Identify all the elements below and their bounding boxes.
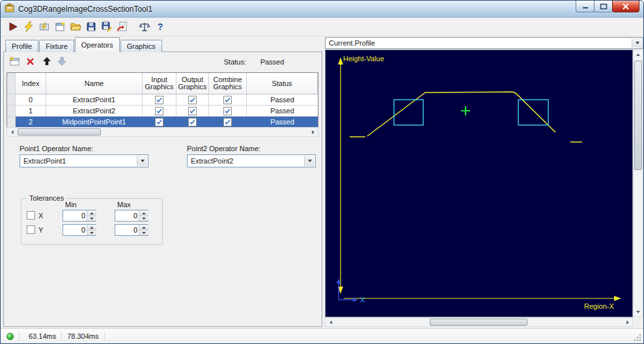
y-max-input[interactable] bbox=[115, 225, 139, 235]
chevron-down-icon bbox=[636, 42, 639, 44]
window-icon[interactable] bbox=[5, 3, 14, 14]
maximize-button[interactable] bbox=[594, 1, 613, 12]
y-tolerance-checkbox[interactable] bbox=[27, 225, 35, 234]
input-graphics-checkbox[interactable] bbox=[155, 107, 163, 115]
input-graphics-checkbox[interactable] bbox=[155, 96, 163, 104]
row-gutter[interactable] bbox=[7, 106, 16, 117]
electric-tool-button[interactable] bbox=[36, 19, 52, 35]
name-cell[interactable]: MidpointPointPoint1 bbox=[46, 117, 143, 128]
x-max-input[interactable] bbox=[115, 210, 139, 221]
index-cell[interactable]: 0 bbox=[16, 94, 46, 106]
profile-display[interactable]: Height-Value Region-X X bbox=[325, 50, 633, 317]
scroll-right-button[interactable] bbox=[308, 128, 318, 136]
move-down-button[interactable] bbox=[56, 55, 68, 67]
hscroll-thumb[interactable] bbox=[430, 319, 527, 326]
lightning-icon bbox=[23, 21, 35, 33]
delete-x-icon bbox=[25, 57, 35, 66]
x-min-spinner bbox=[63, 210, 96, 222]
dropdown-button[interactable] bbox=[137, 156, 147, 166]
tab-profile[interactable]: Profile bbox=[5, 40, 38, 52]
electric-run-button[interactable] bbox=[21, 19, 36, 35]
add-operator-button[interactable] bbox=[8, 55, 20, 67]
import-results-button[interactable] bbox=[115, 19, 130, 35]
output-graphics-checkbox[interactable] bbox=[188, 107, 197, 115]
spin-up-button[interactable] bbox=[87, 210, 96, 216]
spin-up-button[interactable] bbox=[87, 225, 96, 230]
y-max-spinner bbox=[115, 224, 148, 236]
close-button[interactable] bbox=[612, 1, 639, 12]
scroll-right-button[interactable] bbox=[623, 318, 632, 326]
scroll-left-button[interactable] bbox=[326, 318, 335, 326]
point2-operator-combobox[interactable]: ExtractPoint2 bbox=[187, 154, 316, 167]
hscroll-thumb[interactable] bbox=[18, 128, 101, 136]
region-x-label: Region-X bbox=[584, 302, 615, 310]
output-graphics-checkbox[interactable] bbox=[188, 118, 197, 126]
profile-selector-combobox[interactable]: Current.Profile bbox=[325, 37, 643, 49]
display-hscrollbar[interactable] bbox=[325, 317, 633, 327]
minimize-button[interactable] bbox=[576, 1, 595, 12]
save-button[interactable] bbox=[83, 19, 99, 35]
arrow-down-icon bbox=[90, 218, 94, 220]
table-row[interactable]: 0 ExtractPoint1 Passed bbox=[7, 94, 318, 106]
input-graphics-checkbox[interactable] bbox=[155, 118, 163, 126]
header-output-graphics[interactable]: Output Graphics bbox=[176, 73, 209, 94]
dropdown-button[interactable] bbox=[304, 156, 315, 166]
table-row[interactable]: 1 ExtractPoint2 Passed bbox=[7, 106, 318, 117]
scroll-down-button[interactable] bbox=[634, 308, 643, 317]
x-tolerance-checkbox[interactable] bbox=[27, 211, 35, 220]
help-button[interactable]: ? bbox=[152, 19, 168, 35]
tab-graphics[interactable]: Graphics bbox=[120, 40, 162, 52]
run-button[interactable] bbox=[5, 19, 21, 35]
status-cell[interactable]: Passed bbox=[247, 117, 318, 128]
header-input-graphics[interactable]: Input Graphics bbox=[143, 73, 176, 94]
header-combine-graphics[interactable]: Combine Graphics bbox=[209, 73, 247, 94]
index-cell[interactable]: 2 bbox=[16, 117, 46, 128]
open-button[interactable] bbox=[68, 19, 83, 35]
vscroll-thumb[interactable] bbox=[634, 61, 642, 170]
move-up-button[interactable] bbox=[41, 55, 53, 67]
y-axis-arrow-icon bbox=[338, 57, 343, 64]
x-min-input[interactable] bbox=[63, 210, 87, 221]
name-cell[interactable]: ExtractPoint1 bbox=[46, 94, 143, 106]
arrow-up-icon bbox=[142, 212, 146, 214]
cognex-tool-icon bbox=[5, 3, 14, 13]
y-min-input[interactable] bbox=[63, 225, 87, 235]
header-name[interactable]: Name bbox=[46, 73, 143, 94]
header-index[interactable]: Index bbox=[16, 73, 46, 94]
tab-fixture[interactable]: Fixture bbox=[39, 40, 74, 52]
combine-graphics-checkbox[interactable] bbox=[223, 107, 232, 115]
new-window-button[interactable] bbox=[52, 19, 68, 35]
table-row-selected[interactable]: 2 MidpointPointPoint1 Passed bbox=[7, 117, 318, 128]
status-led-icon bbox=[7, 333, 14, 340]
tab-operators[interactable]: Operators bbox=[75, 37, 120, 52]
combine-graphics-checkbox[interactable] bbox=[223, 96, 232, 104]
point1-operator-combobox[interactable]: ExtractPoint1 bbox=[20, 154, 148, 167]
spin-down-button[interactable] bbox=[87, 216, 96, 221]
row-gutter[interactable] bbox=[7, 94, 16, 106]
delete-operator-button[interactable] bbox=[24, 55, 36, 67]
status-cell[interactable]: Passed bbox=[247, 106, 318, 117]
combine-graphics-checkbox[interactable] bbox=[223, 118, 232, 126]
spin-down-button[interactable] bbox=[139, 230, 148, 235]
dropdown-button[interactable] bbox=[632, 38, 642, 48]
row-gutter[interactable] bbox=[7, 117, 16, 128]
display-vscrollbar[interactable] bbox=[633, 50, 643, 317]
spin-down-button[interactable] bbox=[139, 216, 148, 221]
resize-grip-icon[interactable] bbox=[633, 333, 642, 342]
arrow-up-icon bbox=[636, 53, 640, 56]
scroll-left-button[interactable] bbox=[7, 128, 17, 136]
operators-table: Index Name Input Graphics Output Graphic… bbox=[7, 72, 318, 128]
header-status[interactable]: Status bbox=[247, 73, 318, 94]
name-cell[interactable]: ExtractPoint2 bbox=[46, 106, 143, 117]
window-title: Cog3DRangeImageCrossSectionTool1 bbox=[18, 5, 152, 14]
save-as-button[interactable] bbox=[99, 19, 115, 35]
index-cell[interactable]: 1 bbox=[16, 106, 46, 117]
status-cell[interactable]: Passed bbox=[247, 94, 318, 106]
measure-button[interactable] bbox=[137, 19, 152, 35]
spin-down-button[interactable] bbox=[87, 230, 96, 235]
output-graphics-checkbox[interactable] bbox=[188, 96, 197, 104]
scroll-up-button[interactable] bbox=[634, 50, 643, 59]
table-hscrollbar[interactable] bbox=[7, 127, 318, 137]
spin-up-button[interactable] bbox=[139, 210, 148, 216]
spin-up-button[interactable] bbox=[139, 225, 148, 230]
